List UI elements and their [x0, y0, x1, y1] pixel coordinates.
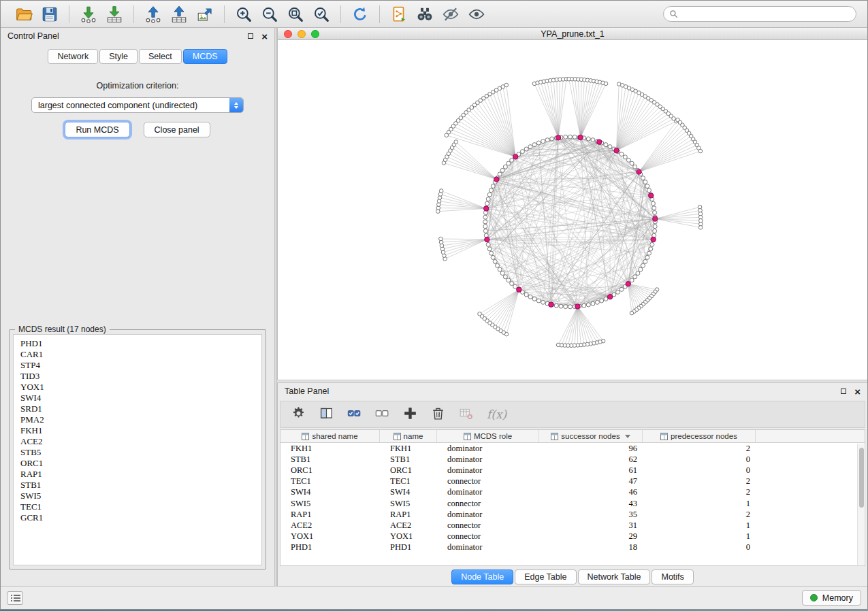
show-graphics-button[interactable]: [466, 3, 487, 25]
mcds-list-item[interactable]: STP4: [20, 360, 261, 371]
hide-graphics-button[interactable]: [440, 3, 462, 25]
table-panel: Table Panel ×: [277, 383, 867, 586]
add-column-button[interactable]: [403, 406, 417, 423]
cell-mcds-role: dominator: [437, 487, 539, 497]
table-row[interactable]: YOX1YOX1connector291: [280, 531, 865, 542]
cell-name: FKH1: [380, 444, 437, 454]
cell-mcds-role: connector: [437, 531, 539, 542]
trash-icon: [431, 406, 445, 420]
tab-mcds[interactable]: MCDS: [183, 49, 227, 64]
close-panel-icon[interactable]: ×: [854, 386, 861, 397]
column-header-name[interactable]: name: [380, 430, 437, 442]
tab-edge-table[interactable]: Edge Table: [515, 569, 576, 584]
search-input[interactable]: [681, 9, 850, 20]
network-window-titlebar: YPA_prune.txt_1: [278, 28, 867, 40]
mcds-list-item[interactable]: FKH1: [20, 425, 261, 436]
mcds-list-item[interactable]: SWI4: [20, 393, 261, 403]
table-row[interactable]: RAP1RAP1dominator352: [280, 509, 865, 520]
cell-name: ACE2: [380, 521, 437, 531]
criterion-dropdown[interactable]: largest connected component (undirected): [31, 97, 244, 113]
zoom-fit-button[interactable]: [285, 3, 306, 25]
search-field[interactable]: [663, 6, 856, 22]
cell-mcds-role: dominator: [437, 465, 539, 476]
cell-name: PHD1: [380, 542, 437, 552]
deselect-all-button[interactable]: [375, 406, 389, 423]
mcds-list-item[interactable]: TEC1: [20, 501, 261, 512]
zoom-out-icon: [261, 5, 278, 23]
select-all-button[interactable]: [347, 406, 361, 423]
cell-name: YOX1: [380, 531, 437, 542]
cell-name: SWI4: [380, 487, 437, 497]
mcds-list-item[interactable]: PHD1: [20, 338, 261, 349]
export-network-button[interactable]: [142, 3, 164, 25]
float-panel-icon[interactable]: [248, 33, 253, 39]
mcds-list-item[interactable]: STB1: [20, 480, 261, 491]
mcds-list-item[interactable]: TID3: [20, 371, 261, 382]
mcds-list-item[interactable]: RAP1: [20, 469, 261, 480]
share-document-button[interactable]: [388, 3, 410, 25]
mcds-list-item[interactable]: SRD1: [20, 403, 261, 414]
tab-node-table[interactable]: Node Table: [451, 569, 513, 584]
zoom-fit-icon: [287, 5, 304, 23]
tab-style[interactable]: Style: [99, 49, 138, 64]
column-header-predecessor-nodes[interactable]: predecessor nodes: [643, 430, 756, 442]
float-panel-icon[interactable]: [841, 389, 846, 394]
task-history-button[interactable]: [7, 591, 23, 605]
open-session-button[interactable]: [13, 3, 35, 25]
mcds-list-item[interactable]: ACE2: [20, 436, 261, 447]
import-network-button[interactable]: [78, 3, 99, 25]
toolbar-separator: [133, 5, 134, 23]
table-row[interactable]: PHD1PHD1dominator180: [280, 542, 865, 553]
zoom-in-button[interactable]: [233, 3, 255, 25]
table-row[interactable]: ACE2ACE2connector311: [280, 520, 865, 531]
delete-column-button[interactable]: [431, 406, 445, 423]
export-table-button[interactable]: [168, 3, 190, 25]
table-row[interactable]: SWI4SWI4dominator462: [280, 487, 865, 498]
mcds-list-item[interactable]: PMA2: [20, 414, 261, 425]
table-row[interactable]: ORC1ORC1dominator610: [280, 465, 865, 476]
tab-network-table[interactable]: Network Table: [578, 569, 651, 584]
close-panel-button[interactable]: Close panel: [144, 122, 210, 137]
tab-motifs[interactable]: Motifs: [652, 569, 693, 584]
run-mcds-button[interactable]: Run MCDS: [65, 122, 129, 137]
mcds-list-item[interactable]: SWI5: [20, 491, 261, 501]
mcds-list-item[interactable]: GCR1: [20, 512, 261, 523]
table-scrollbar[interactable]: [857, 444, 864, 565]
network-canvas[interactable]: [278, 40, 867, 380]
import-table-button[interactable]: [103, 3, 125, 25]
memory-button[interactable]: Memory: [802, 590, 861, 606]
toolbar-separator: [224, 5, 225, 23]
close-panel-icon[interactable]: ×: [261, 31, 268, 42]
column-header-mcds-role[interactable]: MCDS role: [437, 430, 539, 442]
show-columns-button[interactable]: [319, 406, 334, 423]
column-header-label: name: [404, 432, 423, 440]
mcds-list-item[interactable]: ORC1: [20, 458, 261, 469]
mcds-list-item[interactable]: YOX1: [20, 382, 261, 393]
cell-successor-nodes: 35: [539, 510, 643, 520]
find-button[interactable]: [414, 3, 436, 25]
column-header-successor-nodes[interactable]: successor nodes: [539, 430, 643, 442]
main-toolbar: [1, 1, 867, 28]
table-row[interactable]: STB1STB1dominator620: [280, 454, 865, 465]
zoom-selected-button[interactable]: [310, 3, 332, 25]
zoom-out-button[interactable]: [259, 3, 280, 25]
refresh-button[interactable]: [349, 3, 371, 25]
export-image-button[interactable]: [194, 3, 216, 25]
delete-table-button[interactable]: [459, 406, 473, 423]
mcds-list-item[interactable]: STB5: [20, 447, 261, 458]
table-row[interactable]: TEC1TEC1connector472: [280, 476, 865, 487]
column-type-icon: [393, 433, 401, 440]
tab-network[interactable]: Network: [48, 49, 98, 64]
table-row[interactable]: FKH1FKH1dominator962: [280, 443, 865, 454]
scrollbar-thumb[interactable]: [859, 448, 864, 508]
table-row[interactable]: SWI5SWI5connector431: [280, 498, 865, 509]
table-settings-button[interactable]: [291, 406, 306, 423]
cell-successor-nodes: 96: [539, 444, 643, 454]
cell-predecessor-nodes: 2: [643, 444, 756, 454]
column-header-shared-name[interactable]: shared name: [280, 430, 380, 442]
mcds-list-item[interactable]: CAR1: [20, 349, 261, 360]
function-builder-button[interactable]: f(x): [487, 408, 507, 421]
mcds-result-list[interactable]: PHD1CAR1STP4TID3YOX1SWI4SRD1PMA2FKH1ACE2…: [13, 334, 262, 565]
save-session-button[interactable]: [39, 3, 61, 25]
tab-select[interactable]: Select: [139, 49, 182, 64]
